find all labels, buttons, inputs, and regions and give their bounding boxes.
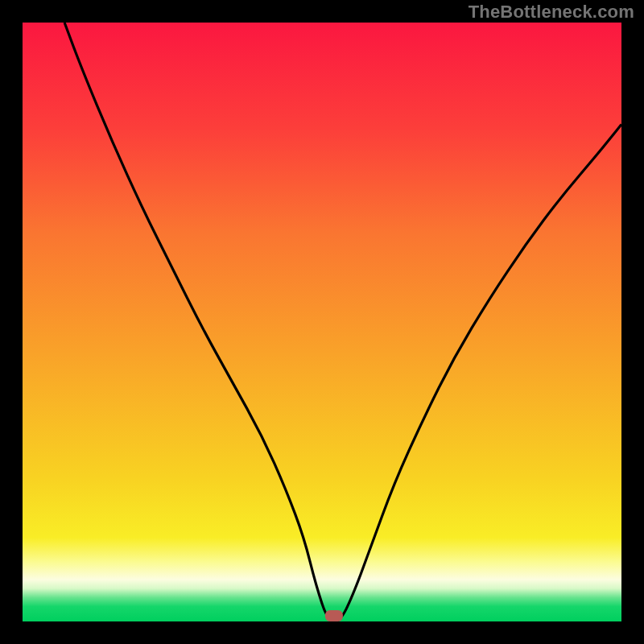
minimum-marker [325, 610, 343, 621]
watermark-text: TheBottleneck.com [469, 2, 634, 23]
curve-path [64, 23, 621, 621]
plot-area [23, 23, 621, 621]
chart-frame: TheBottleneck.com [0, 0, 644, 644]
bottleneck-curve [23, 23, 621, 621]
